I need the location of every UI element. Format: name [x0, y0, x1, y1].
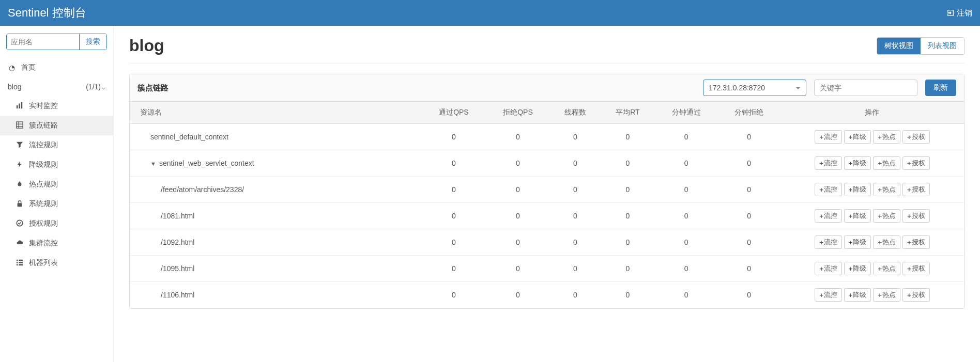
auth-button[interactable]: +授权 [902, 235, 930, 249]
hotspot-button[interactable]: +热点 [873, 262, 900, 275]
hotspot-button[interactable]: +热点 [873, 156, 900, 170]
hotspot-button[interactable]: +热点 [873, 209, 900, 223]
auth-button[interactable]: +授权 [902, 209, 930, 223]
flow-button[interactable]: +流控 [815, 183, 842, 196]
machine-select[interactable]: 172.31.0.28:8720 [703, 80, 806, 96]
sidebar-item-6[interactable]: 授权规则 [0, 214, 113, 233]
col-6: 分钟拒绝 [717, 102, 780, 124]
flow-button[interactable]: +流控 [815, 156, 842, 170]
hotspot-button[interactable]: +热点 [873, 183, 900, 196]
cell-minBlock: 0 [717, 177, 780, 203]
col-2: 拒绝QPS [486, 102, 550, 124]
col-5: 分钟通过 [655, 102, 717, 124]
cell-avgRt: 0 [601, 256, 655, 282]
flow-button[interactable]: +流控 [815, 235, 842, 249]
cell-passQps: 0 [422, 282, 486, 308]
cell-avgRt: 0 [601, 203, 655, 229]
degrade-button[interactable]: +降级 [844, 209, 871, 223]
expand-toggle[interactable]: ▼ [150, 161, 156, 167]
hotspot-button[interactable]: +热点 [873, 235, 900, 249]
auth-button[interactable]: +授权 [902, 156, 930, 170]
flow-button[interactable]: +流控 [815, 130, 842, 144]
table-row: /1106.html000000+流控+降级+热点+授权 [130, 282, 964, 308]
app-toggle[interactable]: blog (1/1)⌵ [0, 77, 113, 96]
clock-icon: ◔ [8, 64, 16, 72]
degrade-button[interactable]: +降级 [844, 156, 871, 170]
app-name-label: blog [8, 83, 21, 91]
hotspot-button[interactable]: +热点 [873, 288, 900, 302]
svg-rect-0 [17, 105, 18, 108]
sidebar-item-5[interactable]: 系统规则 [0, 194, 113, 214]
sidebar-item-label: 降级规则 [29, 160, 58, 169]
cell-blockQps: 0 [486, 124, 550, 150]
cell-minBlock: 0 [717, 203, 780, 229]
resource-name: /1095.html [130, 256, 422, 282]
cell-minPass: 0 [655, 256, 717, 282]
auth-button[interactable]: +授权 [902, 130, 930, 144]
auth-button[interactable]: +授权 [902, 183, 930, 196]
svg-rect-12 [19, 262, 23, 263]
nav-home-label: 首页 [21, 63, 36, 72]
cell-blockQps: 0 [486, 150, 550, 177]
flow-button[interactable]: +流控 [815, 262, 842, 275]
action-cell: +流控+降级+热点+授权 [780, 229, 964, 256]
cell-minPass: 0 [655, 229, 717, 256]
action-cell: +流控+降级+热点+授权 [780, 256, 964, 282]
flow-button[interactable]: +流控 [815, 288, 842, 302]
degrade-button[interactable]: +降级 [844, 130, 871, 144]
sidebar-item-3[interactable]: 降级规则 [0, 155, 113, 175]
cell-minBlock: 0 [717, 124, 780, 150]
bars-icon [16, 259, 24, 267]
cell-blockQps: 0 [486, 256, 550, 282]
logout-link[interactable]: 注销 [946, 8, 972, 18]
sidebar-item-4[interactable]: 热点规则 [0, 175, 113, 194]
sidebar-item-7[interactable]: 集群流控 [0, 233, 113, 253]
sidebar-item-0[interactable]: 实时监控 [0, 96, 113, 116]
col-4: 平均RT [601, 102, 655, 124]
cell-threads: 0 [550, 256, 601, 282]
auth-button[interactable]: +授权 [902, 288, 930, 302]
sidebar-item-1[interactable]: 簇点链路 [0, 116, 113, 135]
svg-rect-13 [17, 264, 18, 265]
svg-rect-10 [19, 259, 23, 261]
col-3: 线程数 [550, 102, 601, 124]
svg-rect-1 [19, 103, 20, 108]
action-cell: +流控+降级+热点+授权 [780, 282, 964, 308]
cloud-icon [16, 239, 24, 248]
svg-rect-7 [18, 203, 22, 207]
auth-button[interactable]: +授权 [902, 262, 930, 275]
hotspot-button[interactable]: +热点 [873, 130, 900, 144]
sidebar-item-2[interactable]: 流控规则 [0, 135, 113, 155]
cell-avgRt: 0 [601, 282, 655, 308]
table-row: /1095.html000000+流控+降级+热点+授权 [130, 256, 964, 282]
svg-rect-3 [17, 121, 23, 128]
app-title: Sentinel 控制台 [8, 5, 86, 21]
svg-rect-14 [19, 264, 23, 265]
resource-table: 资源名通过QPS拒绝QPS线程数平均RT分钟通过分钟拒绝操作 sentinel_… [130, 102, 964, 308]
cell-threads: 0 [550, 282, 601, 308]
app-search-button[interactable]: 搜索 [79, 34, 106, 50]
degrade-button[interactable]: +降级 [844, 235, 871, 249]
degrade-button[interactable]: +降级 [844, 183, 871, 196]
view-tree-button[interactable]: 树状视图 [877, 38, 921, 54]
sidebar-item-label: 实时监控 [29, 101, 58, 111]
keyword-input[interactable] [814, 80, 917, 96]
flow-button[interactable]: +流控 [815, 209, 842, 223]
nav-home[interactable]: ◔ 首页 [0, 58, 113, 77]
resource-name: sentinel_default_context [130, 124, 422, 150]
degrade-button[interactable]: +降级 [844, 288, 871, 302]
sidebar-item-8[interactable]: 机器列表 [0, 253, 113, 273]
bolt-icon [16, 161, 24, 169]
view-list-button[interactable]: 列表视图 [921, 38, 964, 54]
cell-passQps: 0 [422, 256, 486, 282]
table-row: /1092.html000000+流控+降级+热点+授权 [130, 229, 964, 256]
cell-threads: 0 [550, 150, 601, 177]
degrade-button[interactable]: +降级 [844, 262, 871, 275]
app-count: (1/1)⌵ [86, 83, 105, 91]
refresh-button[interactable]: 刷新 [925, 80, 956, 96]
cell-blockQps: 0 [486, 229, 550, 256]
app-search: 搜索 [6, 34, 107, 50]
cell-passQps: 0 [422, 124, 486, 150]
app-search-input[interactable] [7, 34, 79, 50]
resource-panel: 簇点链路 172.31.0.28:8720 刷新 资源名通过QPS拒绝QPS线程… [129, 74, 964, 309]
